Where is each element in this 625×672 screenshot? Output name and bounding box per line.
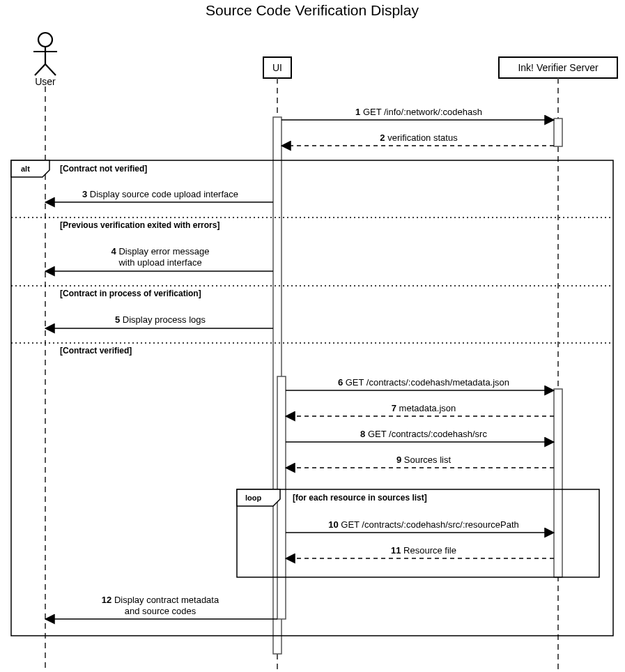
fragment-loop: loop [for each resource in sources list] bbox=[237, 489, 599, 577]
msg-10: 10 GET /contracts/:codehash/src/:resourc… bbox=[286, 519, 554, 533]
msg-1: 1 GET /info/:network/:codehash bbox=[281, 107, 554, 120]
cond-4: [Contract verified] bbox=[60, 346, 132, 356]
msg-8: 8 GET /contracts/:codehash/src bbox=[286, 429, 554, 442]
svg-text:1 GET /info/:network/:codehash: 1 GET /info/:network/:codehash bbox=[355, 107, 482, 117]
actor-server: Ink! Verifier Server bbox=[499, 57, 617, 78]
msg-12: 12 Display contract metadata and source … bbox=[45, 595, 277, 619]
activation-server-2 bbox=[554, 389, 562, 577]
svg-rect-11 bbox=[11, 160, 613, 636]
svg-text:loop: loop bbox=[245, 494, 261, 502]
svg-text:6 GET /contracts/:codehash/met: 6 GET /contracts/:codehash/metadata.json bbox=[338, 377, 509, 388]
svg-text:and source codes: and source codes bbox=[125, 606, 196, 616]
svg-line-4 bbox=[45, 64, 56, 75]
svg-text:8 GET /contracts/:codehash/src: 8 GET /contracts/:codehash/src bbox=[360, 429, 487, 439]
svg-text:12 Display contract metadata: 12 Display contract metadata bbox=[102, 595, 219, 605]
actor-user: User bbox=[33, 33, 57, 87]
actor-server-label: Ink! Verifier Server bbox=[518, 62, 598, 73]
svg-text:alt: alt bbox=[21, 165, 30, 173]
msg-9: 9 Sources list bbox=[286, 455, 554, 468]
svg-text:4 Display error message: 4 Display error message bbox=[111, 246, 210, 257]
msg-5: 5 Display process logs bbox=[45, 314, 273, 328]
fragment-alt: alt [Contract not verified] bbox=[11, 160, 613, 636]
actor-ui: UI bbox=[263, 57, 291, 78]
activation-server-1 bbox=[554, 119, 562, 146]
cond-1: [Contract not verified] bbox=[60, 164, 147, 174]
svg-point-0 bbox=[38, 33, 52, 47]
svg-text:7 metadata.json: 7 metadata.json bbox=[392, 403, 456, 413]
svg-text:10 GET /contracts/:codehash/sr: 10 GET /contracts/:codehash/src/:resourc… bbox=[328, 519, 519, 530]
msg-7: 7 metadata.json bbox=[286, 403, 554, 416]
svg-text:3 Display source code upload i: 3 Display source code upload interface bbox=[82, 189, 238, 199]
actor-user-label: User bbox=[35, 76, 56, 87]
svg-text:5 Display process logs: 5 Display process logs bbox=[115, 314, 206, 325]
msg-3: 3 Display source code upload interface bbox=[45, 189, 273, 202]
svg-text:2 verification status: 2 verification status bbox=[380, 132, 458, 143]
cond-2: [Previous verification exited with error… bbox=[60, 220, 219, 230]
sequence-diagram: Source Code Verification Display User UI… bbox=[0, 0, 625, 672]
svg-line-3 bbox=[35, 64, 45, 75]
cond-3: [Contract in process of verification] bbox=[60, 289, 201, 298]
svg-text:with upload interface: with upload interface bbox=[118, 257, 201, 268]
msg-2: 2 verification status bbox=[281, 132, 554, 146]
loop-cond: [for each resource in sources list] bbox=[293, 493, 427, 503]
svg-text:11 Resource file: 11 Resource file bbox=[391, 545, 456, 556]
msg-11: 11 Resource file bbox=[286, 545, 554, 558]
msg-6: 6 GET /contracts/:codehash/metadata.json bbox=[286, 377, 554, 390]
msg-4: 4 Display error message with upload inte… bbox=[45, 246, 273, 271]
actor-ui-label: UI bbox=[272, 62, 282, 73]
diagram-title: Source Code Verification Display bbox=[206, 2, 419, 18]
svg-text:9 Sources list: 9 Sources list bbox=[396, 455, 451, 465]
